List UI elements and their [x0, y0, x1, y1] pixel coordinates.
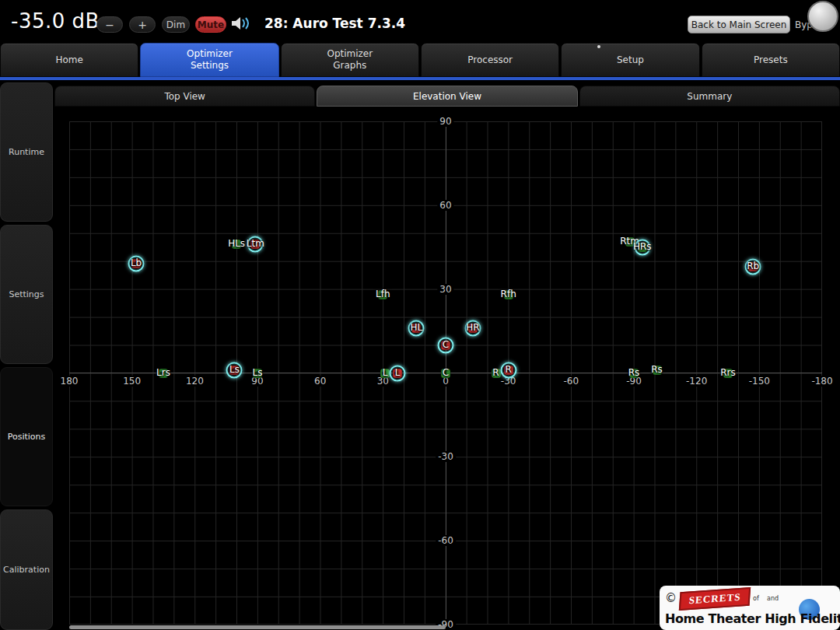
speaker-label: L	[383, 366, 388, 377]
speaker-label: Lrs	[156, 366, 170, 377]
dim-button[interactable]: Dim	[162, 16, 190, 33]
y-tick-label: 90	[437, 116, 453, 127]
preset-title: 28: Auro Test 7.3.4	[264, 16, 405, 31]
back-to-main-screen-button[interactable]: Back to Main Screen	[688, 16, 790, 33]
x-tick-label: -60	[562, 376, 582, 387]
speaker-label: HLs	[228, 238, 245, 249]
elevation-plot[interactable]: 1801501209060300-30-60-90-120-150-180906…	[69, 121, 822, 625]
x-tick-label: 150	[121, 376, 143, 387]
copyright-symbol: ©	[665, 591, 677, 605]
x-tick-label: 180	[58, 376, 81, 387]
view-tab-bar: Top View Elevation View Summary	[54, 86, 840, 107]
speaker-label: C	[443, 366, 449, 377]
top-bar: -35.0 dB − + Dim Mute 28: Auro Test 7.3.…	[0, 0, 840, 43]
speaker-label: Ls	[253, 366, 263, 377]
watermark-word-of: of	[753, 595, 759, 602]
speaker-label: Rrs	[720, 366, 736, 377]
tab-processor[interactable]: Processor	[421, 43, 559, 77]
speaker-label: Rfh	[501, 289, 516, 299]
y-tick-label: -30	[436, 451, 456, 462]
volume-down-button[interactable]: −	[96, 16, 123, 33]
watermark-word-and: and	[767, 595, 779, 602]
speaker-label: Lb	[131, 257, 142, 268]
secrets-badge: SECRETS	[679, 587, 751, 611]
x-tick-label: 60	[312, 376, 328, 387]
y-tick-label: 60	[437, 200, 453, 211]
x-tick-label: -120	[684, 376, 709, 387]
sidebar-item-settings[interactable]: Settings	[0, 225, 53, 364]
y-tick-label: 30	[437, 284, 453, 295]
speaker-label: R	[492, 366, 499, 377]
main-tab-bar: Home Optimizer Settings Optimizer Graphs…	[0, 43, 840, 77]
speaker-label: HR	[466, 322, 479, 333]
tab-home[interactable]: Home	[0, 43, 138, 77]
speaker-label: Rs	[651, 364, 663, 375]
speaker-icon	[230, 16, 250, 34]
volume-display: -35.0 dB	[11, 9, 100, 33]
speaker-label: L	[395, 366, 401, 377]
stray-pixel-dot	[597, 45, 600, 48]
view-tab-summary[interactable]: Summary	[579, 86, 840, 107]
tab-optimizer-graphs[interactable]: Optimizer Graphs	[281, 43, 419, 77]
speaker-label: Ls	[229, 364, 240, 375]
horizontal-scrollbar[interactable]	[69, 625, 446, 629]
corner-circle-button[interactable]	[807, 1, 838, 32]
watermark-home-theater-hifi: © SECRETS of and Home Theater High Fidel…	[660, 586, 840, 630]
speaker-label: Rs	[628, 366, 640, 377]
active-tab-underline	[0, 77, 840, 80]
y-tick-label: -60	[436, 535, 456, 546]
sidebar-item-runtime[interactable]: Runtime	[0, 82, 53, 222]
sidebar-item-calibration[interactable]: Calibration	[0, 509, 53, 630]
speaker-label: Ltm	[247, 238, 264, 249]
tab-setup[interactable]: Setup	[561, 43, 699, 77]
speaker-label: R	[505, 364, 511, 375]
speaker-label: C	[443, 338, 449, 349]
tab-presets[interactable]: Presets	[702, 43, 840, 77]
speaker-label: Rb	[747, 261, 759, 271]
view-tab-elevation-view[interactable]: Elevation View	[317, 86, 577, 107]
speaker-label: HL	[410, 322, 422, 333]
mute-button[interactable]: Mute	[195, 16, 226, 33]
sidebar-item-positions[interactable]: Positions	[0, 367, 53, 506]
tab-optimizer-settings[interactable]: Optimizer Settings	[140, 43, 278, 77]
volume-up-button[interactable]: +	[129, 16, 156, 33]
x-tick-label: -180	[809, 376, 835, 387]
x-tick-label: 120	[184, 376, 206, 387]
watermark-title: Home Theater High Fidelity	[665, 611, 840, 626]
speaker-label: Lfh	[376, 289, 390, 299]
view-tab-top-view[interactable]: Top View	[54, 86, 315, 107]
speaker-label: HRs	[633, 241, 652, 252]
x-tick-label: -150	[747, 376, 772, 387]
